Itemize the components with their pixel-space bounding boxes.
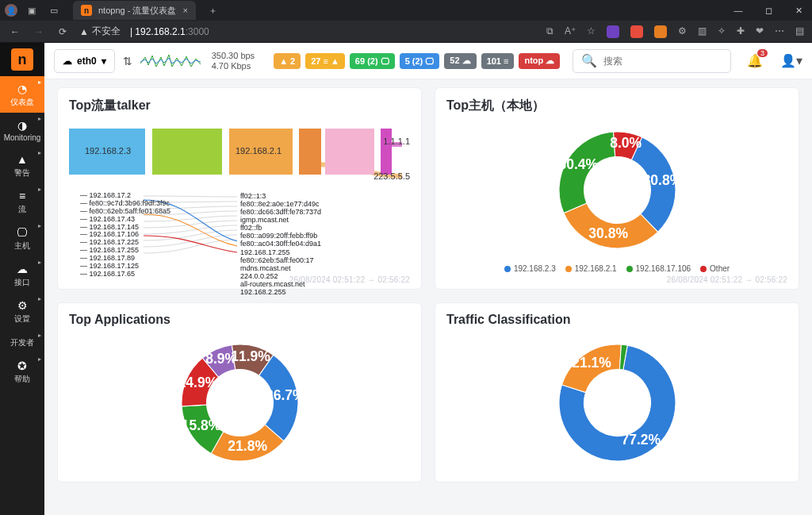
legend-item[interactable]: 192.168.2.1: [565, 264, 617, 273]
donut-slice-label: 77.2%: [621, 432, 661, 448]
status-badge-4[interactable]: 52 ☁: [444, 53, 476, 69]
status-badge-1[interactable]: 27 ≡ ▲: [305, 53, 345, 69]
sankey-node-label: 192.168.2.3: [85, 146, 131, 156]
donut-apps[interactable]: 26.7%21.8%15.8%14.9%8.9%11.9%: [170, 333, 309, 472]
status-badge-0[interactable]: ▲ 2: [274, 53, 301, 69]
chevron-down-icon: ▾: [102, 56, 106, 67]
app-logo[interactable]: n: [0, 43, 44, 76]
new-tab-button[interactable]: ＋: [209, 5, 217, 17]
win-close[interactable]: ✕: [785, 2, 812, 19]
card-top-applications: Top Applications 26.7%21.8%15.8%14.9%8.9…: [57, 302, 422, 482]
sidebar-item-1[interactable]: ▸ ◑ Monitoring: [0, 113, 44, 147]
search-box[interactable]: 🔍: [573, 49, 731, 73]
legend-item[interactable]: 192.168.17.106: [626, 264, 691, 273]
browser-tab[interactable]: n ntopng - 流量仪表盘 ×: [73, 1, 196, 20]
nav-forward-icon[interactable]: →: [32, 26, 46, 37]
user-menu[interactable]: 👤▾: [780, 53, 802, 68]
sidebar-item-3[interactable]: ▸ ≡ 流: [0, 183, 44, 220]
traffic-sparkline: [140, 52, 204, 70]
donut-slice-label: 30.8%: [642, 172, 682, 188]
menu-icon[interactable]: ⋯: [775, 25, 784, 38]
sankey-node[interactable]: [152, 129, 222, 175]
extensions-icon[interactable]: ✚: [737, 25, 745, 38]
close-tab-icon[interactable]: ×: [182, 6, 187, 15]
sankey-node-label: 192.168.2.1: [236, 146, 282, 156]
interface-select[interactable]: ☁ eth0 ▾: [54, 49, 115, 73]
legend-item[interactable]: Other: [700, 264, 730, 273]
donut-slice-label: 11.9%: [231, 348, 270, 364]
sankey-node[interactable]: [299, 129, 321, 175]
favicon-icon: n: [81, 5, 92, 16]
sidebar-icon: ◔: [17, 83, 27, 95]
collections-icon[interactable]: ▥: [698, 25, 707, 38]
link-icon[interactable]: ⧉: [546, 25, 553, 38]
donut-hosts[interactable]: 30.8%30.8%30.4%8.0%: [548, 121, 687, 259]
health-icon[interactable]: ❤: [756, 25, 764, 38]
read-aloud-icon[interactable]: A⁺: [565, 25, 576, 38]
chevron-right-icon: ▸: [38, 222, 41, 229]
ext3-icon[interactable]: [654, 25, 667, 38]
sidebar-label: 帮助: [14, 374, 30, 385]
donut-slice-label: 15.8%: [181, 417, 220, 433]
favorite-icon[interactable]: ☆: [587, 25, 596, 38]
legend-item[interactable]: 192.168.2.3: [504, 264, 556, 273]
sidebar-item-0[interactable]: ▸ ◔ 仪表盘: [0, 76, 44, 113]
sidebar-icon: ⚙: [17, 299, 28, 312]
sidebar-label: 流: [18, 204, 26, 215]
sidebar-icon: ✪: [17, 359, 27, 372]
sidebar-item-5[interactable]: ▸ ☁ 接口: [0, 256, 44, 293]
sankey-node[interactable]: [381, 129, 392, 175]
sidebar-label: 设置: [14, 313, 30, 325]
cloud-icon: ☁: [63, 56, 72, 67]
card-top-traffic-talkers: Top流量talker: [57, 87, 422, 290]
chevron-right-icon: ▸: [38, 295, 41, 302]
search-input[interactable]: [603, 56, 722, 67]
profile-avatar[interactable]: 👤: [5, 4, 17, 17]
chevron-right-icon: ▸: [38, 149, 41, 156]
sidebar-item-7[interactable]: ▸ 开发者: [0, 329, 44, 353]
sankey-chart[interactable]: 192.168.2.3 192.168.2.1 1.1.1.1 223.5.5.…: [69, 121, 410, 279]
tab-title: ntopng - 流量仪表盘: [98, 5, 176, 17]
donut-slice-label: 30.4%: [558, 156, 598, 172]
address-text[interactable]: | 192.168.2.1:3000: [130, 26, 209, 37]
card-title: Top主机（本地）: [446, 98, 787, 114]
ext2-icon[interactable]: [630, 25, 643, 38]
ext1-icon[interactable]: [607, 25, 619, 38]
donut-class[interactable]: 77.2%21.1%: [548, 333, 687, 472]
favorites-bar-icon[interactable]: ✧: [718, 25, 726, 38]
sankey-src-list: — 192.168.17.2— fe80::9c7d:3b96:f9df:3f9…: [80, 192, 170, 279]
sidebar-item-2[interactable]: ▸ ▲ 警告: [0, 147, 44, 183]
workspace-icon[interactable]: ▣: [24, 6, 40, 16]
sidebar-label: 接口: [14, 277, 30, 288]
status-badge-2[interactable]: 69 (2) 🖵: [350, 53, 395, 69]
sidebar-icon: ≡: [19, 190, 25, 202]
interface-label: eth0: [77, 56, 97, 67]
chevron-right-icon: ▸: [38, 79, 41, 86]
sidebar-label: 主机: [14, 240, 30, 252]
sidebar-item-8[interactable]: ▸ ✪ 帮助: [0, 353, 44, 390]
sidebar-item-4[interactable]: ▸ 🖵 主机: [0, 220, 44, 256]
sankey-node[interactable]: [325, 129, 374, 175]
sidebar-toggle-icon[interactable]: ▤: [795, 25, 804, 38]
status-badge-3[interactable]: 5 (2) 🖵: [400, 53, 440, 69]
rate-readout: 350.30 bps 4.70 Kbps: [212, 51, 255, 70]
win-maximize[interactable]: ◻: [755, 2, 782, 19]
settings-gear-icon[interactable]: ⚙: [678, 25, 687, 38]
chevron-right-icon: ▸: [38, 259, 41, 266]
donut-slice-label: 21.8%: [228, 438, 267, 454]
sidebar-label: Monitoring: [4, 133, 41, 142]
nav-back-icon[interactable]: ←: [8, 26, 22, 37]
security-chip[interactable]: ▲ 不安全: [79, 25, 121, 38]
left-sidebar: n ▸ ◔ 仪表盘▸ ◑ Monitoring▸ ▲ 警告▸ ≡ 流▸ 🖵 主机…: [0, 43, 44, 515]
notifications-bell[interactable]: 🔔3: [747, 53, 763, 68]
status-badge-6[interactable]: ntop ☁: [519, 53, 560, 69]
card-title: Traffic Classification: [446, 313, 787, 327]
sidebar-item-6[interactable]: ▸ ⚙ 设置: [0, 293, 44, 329]
win-minimize[interactable]: —: [725, 2, 752, 19]
donut-slice[interactable]: [559, 132, 615, 213]
nav-reload-icon[interactable]: ⟳: [56, 26, 70, 37]
chevron-right-icon: ▸: [38, 332, 41, 339]
tabs-icon[interactable]: ▭: [46, 6, 62, 16]
status-badge-5[interactable]: 101 ≡: [481, 53, 515, 69]
donut-slice-label: 26.7%: [266, 387, 305, 403]
